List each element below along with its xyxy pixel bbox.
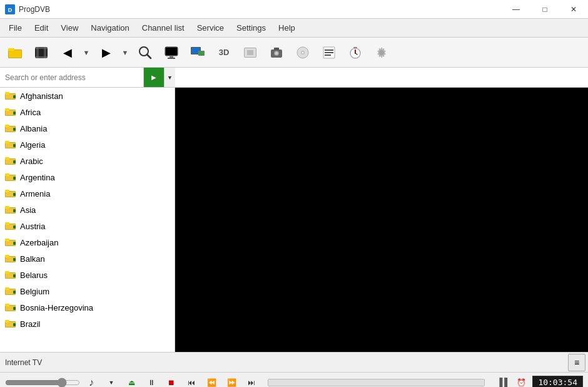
menu-item-channel-list[interactable]: Channel list xyxy=(136,21,191,35)
forward-toolbar-button[interactable]: ▶ xyxy=(94,40,119,65)
monitor2-toolbar-button[interactable] xyxy=(185,40,210,65)
window-controls: — □ ✕ xyxy=(502,0,588,19)
channel-item-armenia[interactable]: Armenia xyxy=(0,185,175,202)
svg-rect-31 xyxy=(325,52,333,53)
channel-list-toggle-button[interactable]: ≡ xyxy=(568,354,585,371)
svg-text:D: D xyxy=(8,7,13,13)
forward-dropdown[interactable]: ▼ xyxy=(119,40,131,65)
app-icon: D xyxy=(5,4,15,14)
right-transport: ▐▐ ⏰ 10:03:54 xyxy=(492,375,583,388)
channel-item-albania[interactable]: Albania xyxy=(0,120,175,137)
music-note-icon: ♪ xyxy=(83,375,100,388)
channel-item-arabic[interactable]: Arabic xyxy=(0,153,175,169)
monitor1-toolbar-button[interactable] xyxy=(159,40,184,65)
channel-item-label: Bosnia-Herzegovina xyxy=(20,303,93,312)
channel-item-bosnia[interactable]: Bosnia-Herzegovina xyxy=(0,299,175,316)
menu-item-help[interactable]: Help xyxy=(272,21,302,35)
camera-toolbar-button[interactable] xyxy=(264,40,289,65)
svg-point-24 xyxy=(275,51,278,54)
channel-item-afghanistan[interactable]: Afghanistan xyxy=(0,88,175,104)
maximize-button[interactable]: □ xyxy=(530,0,559,19)
film-toolbar-button[interactable] xyxy=(29,40,54,65)
folder-icon xyxy=(5,156,16,166)
channel-item-label: Afghanistan xyxy=(20,91,63,101)
channel-item-label: Azerbaijan xyxy=(20,238,58,247)
rewind-button[interactable]: ⏪ xyxy=(203,375,220,388)
menu-item-view[interactable]: View xyxy=(54,21,84,35)
search-dropdown-button[interactable]: ▼ xyxy=(164,68,175,87)
prev-button[interactable]: ⏮ xyxy=(183,375,200,388)
svg-rect-12 xyxy=(166,48,177,55)
eject-button[interactable]: ⏏ xyxy=(123,375,140,388)
fast-forward-button[interactable]: ⏩ xyxy=(223,375,240,388)
3d-toolbar-button[interactable]: 3D xyxy=(211,40,236,65)
close-button[interactable]: ✕ xyxy=(559,0,588,19)
screenshot-toolbar-button[interactable] xyxy=(238,40,263,65)
svg-rect-18 xyxy=(199,51,204,55)
menu-bar: FileEditViewNavigationChannel listServic… xyxy=(0,19,588,38)
minimize-button[interactable]: — xyxy=(502,0,530,19)
svg-rect-7 xyxy=(36,47,39,58)
transport-bar: ♪ ▼ ⏏ ⏸ ⏹ ⏮ ⏪ ⏩ ⏭ ▐▐ ⏰ 10:03:54 xyxy=(0,372,588,387)
folder-icon xyxy=(5,140,16,150)
search-toolbar-button[interactable] xyxy=(133,40,158,65)
stop-button[interactable]: ⏹ xyxy=(163,375,180,388)
channel-item-label: Albania xyxy=(20,124,47,133)
back-toolbar-button[interactable]: ◀ xyxy=(55,40,80,65)
channel-list[interactable]: Afghanistan Africa Albania Algeria Arabi… xyxy=(0,88,175,352)
menu-item-service[interactable]: Service xyxy=(191,21,230,35)
channel-item-asia[interactable]: Asia xyxy=(0,202,175,218)
list-icon: ≡ xyxy=(574,358,579,368)
menu-item-navigation[interactable]: Navigation xyxy=(84,21,135,35)
current-channel-label: Internet TV xyxy=(3,358,565,367)
svg-rect-21 xyxy=(247,50,253,55)
main-content: Afghanistan Africa Albania Algeria Arabi… xyxy=(0,88,588,352)
channel-item-azerbaijan[interactable]: Azerbaijan xyxy=(0,234,175,250)
forward-group: ▶▼ xyxy=(94,40,131,65)
channel-item-belgium[interactable]: Belgium xyxy=(0,283,175,299)
dropdown-arrow[interactable]: ▼ xyxy=(103,375,120,388)
menu-item-settings[interactable]: Settings xyxy=(230,21,272,35)
channel-item-balkan[interactable]: Balkan xyxy=(0,250,175,267)
toolbar: ◀▼▶▼3D xyxy=(0,38,588,68)
search-input[interactable] xyxy=(0,68,144,87)
channel-item-label: Arabic xyxy=(20,157,43,166)
epg-toolbar-button[interactable] xyxy=(317,40,342,65)
open-toolbar-button[interactable] xyxy=(3,40,28,65)
channel-item-argentina[interactable]: Argentina xyxy=(0,169,175,185)
channel-item-label: Belarus xyxy=(20,271,48,280)
channel-item-africa[interactable]: Africa xyxy=(0,104,175,120)
timer-toolbar-button[interactable] xyxy=(343,40,368,65)
svg-rect-32 xyxy=(325,54,331,56)
search-bar: ▶ ▼ xyxy=(0,68,588,88)
channel-item-austria[interactable]: Austria xyxy=(0,218,175,234)
channel-item-belarus[interactable]: Belarus xyxy=(0,267,175,283)
menu-item-edit[interactable]: Edit xyxy=(28,21,54,35)
svg-rect-13 xyxy=(170,56,173,58)
next-button[interactable]: ⏭ xyxy=(243,375,260,388)
folder-icon xyxy=(5,205,16,215)
app-title: ProgDVB xyxy=(19,5,50,14)
channel-item-algeria[interactable]: Algeria xyxy=(0,137,175,153)
svg-rect-4 xyxy=(9,50,21,58)
folder-icon xyxy=(5,270,16,280)
channel-item-label: Armenia xyxy=(20,189,50,199)
signal-bars-icon: ▐▐ xyxy=(492,375,510,388)
svg-rect-30 xyxy=(325,49,333,51)
back-group: ◀▼ xyxy=(55,40,93,65)
back-dropdown[interactable]: ▼ xyxy=(80,40,93,65)
pause-button[interactable]: ⏸ xyxy=(143,375,160,388)
folder-icon xyxy=(5,254,16,264)
volume-slider[interactable] xyxy=(5,378,80,388)
seek-bar[interactable] xyxy=(268,379,485,386)
menu-item-file[interactable]: File xyxy=(3,21,28,35)
time-display: 10:03:54 xyxy=(532,376,583,387)
svg-rect-8 xyxy=(44,47,46,58)
folder-icon xyxy=(5,123,16,133)
channel-item-label: Belgium xyxy=(20,287,49,296)
settings-toolbar-button[interactable] xyxy=(369,40,394,65)
channel-item-label: Algeria xyxy=(20,140,45,150)
search-go-button[interactable]: ▶ xyxy=(144,68,164,87)
channel-item-brazil[interactable]: Brazil xyxy=(0,316,175,332)
disc-toolbar-button[interactable] xyxy=(290,40,315,65)
